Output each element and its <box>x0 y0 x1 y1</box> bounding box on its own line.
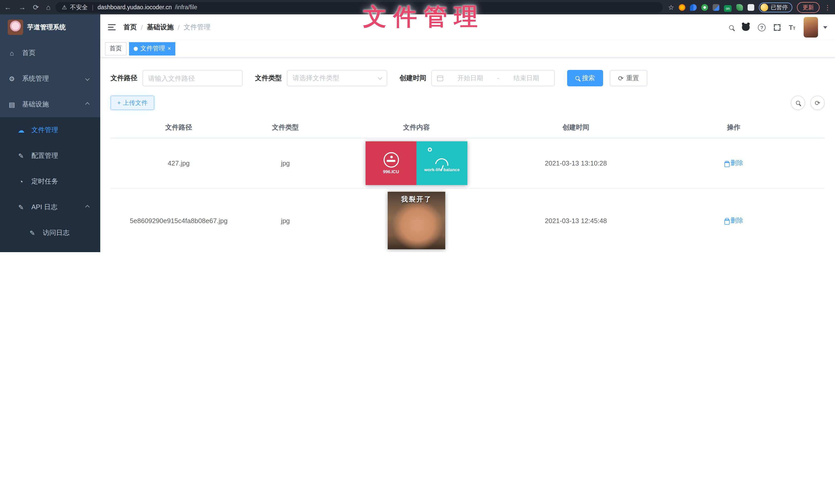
sidebar-item-label: 文件管理 <box>32 125 100 135</box>
reset-button-label: 重置 <box>626 74 639 83</box>
address-bar[interactable]: ⚠ 不安全 | dashboard.yudao.iocoder.cn /infr… <box>56 2 663 13</box>
sidebar-item-label: 首页 <box>22 48 100 58</box>
system-manage-icon: ⚙ <box>8 75 16 83</box>
sidebar-item[interactable]: ✎访问日志 <box>0 220 100 246</box>
url-path: /infra/file <box>175 4 657 10</box>
file-type-placeholder: 请选择文件类型 <box>292 74 379 83</box>
table-row: 427.jpgjpg996.ICUwork-life balance2021-0… <box>110 138 825 189</box>
table-row: 5e8609290e915c4fa8b08e67.jpgjpg我裂开了2021-… <box>110 189 825 252</box>
beach-umbrella-icon <box>435 158 449 166</box>
sidebar-item[interactable]: ☁文件管理 <box>0 117 100 143</box>
browser-reload-icon[interactable]: ⟳ <box>33 3 39 11</box>
tags-bar: 首页文件管理× <box>100 40 835 58</box>
cell-file-type: jpg <box>247 156 324 170</box>
avatar-caret-icon[interactable] <box>823 26 827 28</box>
tab-pauser-chip[interactable]: 已暂停 <box>759 2 792 12</box>
sidebar-item[interactable]: ▤基础设施 <box>0 91 100 117</box>
app-title: 芋道管理系统 <box>27 23 66 31</box>
sidebar-item[interactable]: ◔定时任务 <box>0 169 100 194</box>
screen: ← → ⟳ ⌂ ⚠ 不安全 | dashboard.yudao.iocoder.… <box>0 0 835 252</box>
start-date-placeholder: 开始日期 <box>447 74 493 83</box>
filter-form: 文件路径 文件类型 请选择文件类型 创建时间 开始日期 - 结束日期 <box>110 70 825 86</box>
delete-button[interactable]: 删除 <box>724 159 743 168</box>
extension-leaf-icon[interactable] <box>736 4 743 10</box>
bed-badge-icon <box>383 152 399 168</box>
extension-green-circle-icon[interactable] <box>701 4 708 10</box>
breadcrumb-item[interactable]: 首页 <box>123 23 137 32</box>
calendar-icon <box>437 75 443 81</box>
url-host: dashboard.yudao.iocoder.cn <box>98 4 172 10</box>
browser-forward-icon[interactable]: → <box>19 3 26 11</box>
banner-996-panel: 996.ICU <box>366 141 416 185</box>
search-icon <box>575 76 579 80</box>
scheduled-job-icon: ◔ <box>17 177 25 185</box>
sidebar-item-label: 系统管理 <box>22 74 86 83</box>
breadcrumb-item[interactable]: 基础设施 <box>147 23 174 32</box>
avatar[interactable] <box>803 17 818 38</box>
browser-menu-icon[interactable]: ⋮ <box>824 3 831 11</box>
cell-file-path: 5e8609290e915c4fa8b08e67.jpg <box>110 214 247 228</box>
extension-grid-icon[interactable] <box>713 4 719 10</box>
browser-back-icon[interactable]: ← <box>4 3 11 11</box>
extensions-puzzle-icon[interactable] <box>748 4 754 10</box>
cell-actions: 删除 <box>643 156 825 171</box>
upload-file-button[interactable]: + 上传文件 <box>110 96 154 110</box>
toggle-search-button[interactable] <box>791 96 805 110</box>
security-label: 不安全 <box>70 3 88 11</box>
search-button[interactable]: 搜索 <box>567 70 603 86</box>
column-header: 文件类型 <box>247 117 324 138</box>
sidebar-item[interactable]: ⚙系统管理 <box>0 66 100 91</box>
github-icon[interactable] <box>742 24 750 31</box>
file-path-input[interactable] <box>142 70 243 86</box>
file-type-select[interactable]: 请选择文件类型 <box>287 70 387 86</box>
search-icon[interactable] <box>729 25 734 29</box>
delete-button[interactable]: 删除 <box>724 216 743 225</box>
sidebar-item[interactable]: ✎配置管理 <box>0 143 100 169</box>
sidebar-item-label: 定时任务 <box>32 177 100 186</box>
refresh-icon: ⟳ <box>618 75 624 82</box>
refresh-table-button[interactable]: ⟳ <box>810 96 825 110</box>
chevron-down-icon <box>378 75 382 80</box>
column-header: 文件路径 <box>110 117 247 138</box>
breadcrumb-separator: / <box>141 23 143 31</box>
sun-icon <box>428 148 432 152</box>
date-range-picker[interactable]: 开始日期 - 结束日期 <box>431 70 555 86</box>
create-time-label: 创建时间 <box>400 74 426 83</box>
help-icon[interactable]: ? <box>758 23 766 31</box>
chevron-up-icon <box>85 205 90 209</box>
extension-gear-icon[interactable] <box>679 4 685 10</box>
bookmark-star-icon[interactable]: ☆ <box>668 3 674 11</box>
api-log-icon: ✎ <box>17 203 25 211</box>
close-icon[interactable]: × <box>168 46 171 51</box>
cell-created-time: 2021-03-13 13:10:28 <box>509 156 643 170</box>
sidebar-item[interactable]: ⌂首页 <box>0 40 100 66</box>
tab-active[interactable]: 文件管理× <box>129 42 176 55</box>
chevron-up-icon <box>85 102 90 107</box>
tab-item[interactable]: 首页 <box>105 42 126 55</box>
file-preview-image[interactable]: 996.ICUwork-life balance <box>366 141 467 185</box>
app-logo <box>8 20 23 35</box>
reset-button[interactable]: ⟳ 重置 <box>610 70 647 86</box>
hamburger-icon[interactable] <box>108 24 116 30</box>
browser-update-button[interactable]: 更新 <box>797 2 819 13</box>
cell-file-path: 427.jpg <box>110 156 247 170</box>
chevron-down-icon <box>85 77 90 81</box>
config-manage-icon: ✎ <box>17 152 25 160</box>
trash-icon <box>724 161 729 166</box>
app-logo-row[interactable]: 芋道管理系统 <box>0 14 100 40</box>
tab-label: 文件管理 <box>140 44 165 53</box>
column-header: 操作 <box>643 117 825 138</box>
url-separator: | <box>92 4 93 11</box>
file-type-label: 文件类型 <box>255 74 282 83</box>
sidebar-item-label: 访问日志 <box>43 228 100 237</box>
extension-pin-icon[interactable] <box>690 4 697 10</box>
font-size-icon[interactable]: TT <box>789 23 795 31</box>
sidebar-item[interactable]: ✎API 日志 <box>0 194 100 220</box>
cell-created-time: 2021-03-13 12:45:48 <box>509 214 643 228</box>
extension-on-badge[interactable]: on <box>724 5 732 12</box>
sidebar: 芋道管理系统 ⌂首页⚙系统管理▤基础设施☁文件管理✎配置管理◔定时任务✎API … <box>0 14 100 252</box>
fullscreen-icon[interactable] <box>774 24 780 30</box>
browser-home-icon[interactable]: ⌂ <box>46 3 50 11</box>
sidebar-item[interactable]: ✎错误日志 <box>0 246 100 252</box>
file-preview-image[interactable]: 我裂开了 <box>388 192 445 249</box>
